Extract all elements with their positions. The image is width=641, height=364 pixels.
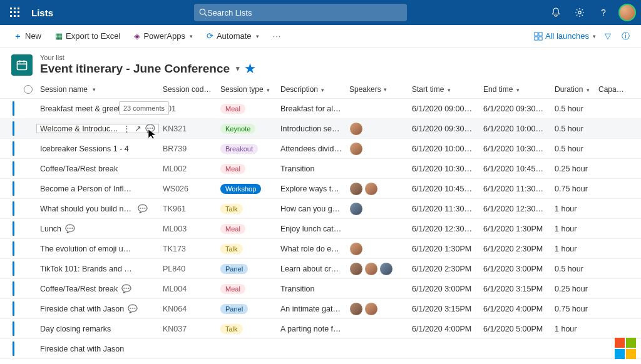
session-description: What role do emojis ... <box>277 245 346 253</box>
speaker-avatar[interactable] <box>349 202 363 216</box>
duration: 0.75 hour <box>551 185 595 193</box>
svg-rect-4 <box>14 11 16 13</box>
session-description: Attendees divide into... <box>277 144 346 153</box>
automate-button[interactable]: ⟳Automate▾ <box>203 29 263 43</box>
column-header-duration[interactable]: Duration ▾ <box>551 85 595 94</box>
svg-rect-7 <box>14 15 16 17</box>
start-time: 6/1/2020 10:45AM <box>408 185 479 193</box>
new-button[interactable]: ＋New <box>10 28 45 44</box>
session-description: Breakfast for all atten... <box>277 104 346 113</box>
powerapps-button[interactable]: ◈PowerApps▾ <box>130 29 196 43</box>
comment-icon[interactable]: 💬 <box>128 304 138 313</box>
column-header-code[interactable]: Session code ▾ <box>159 85 217 94</box>
table-row[interactable]: Fireside chat with Jason💬 KN064 Panel An… <box>0 299 641 319</box>
table-row[interactable]: What should you build next?💬 TK961 Talk … <box>0 199 641 219</box>
end-time: 6/1/2020 12:30PM <box>479 205 551 213</box>
duration: 0.5 hour <box>551 124 595 133</box>
notifications-icon[interactable] <box>547 4 565 21</box>
row-share-icon[interactable]: ↗ <box>135 124 141 133</box>
table-row[interactable]: Coffee/Tea/Rest break ML002 Meal Transit… <box>0 159 641 179</box>
speaker-avatar[interactable] <box>349 122 363 136</box>
comment-icon[interactable]: 💬 <box>121 284 131 293</box>
filter-icon[interactable]: ▽ <box>602 31 613 41</box>
session-type-pill: Talk <box>220 324 243 334</box>
speaker-avatar[interactable] <box>349 182 363 196</box>
session-description: Transition <box>277 285 346 293</box>
svg-rect-0 <box>10 8 12 9</box>
help-icon[interactable]: ? <box>595 4 612 21</box>
session-name: Fireside chat with Jason <box>40 305 124 313</box>
row-accent-bar <box>13 161 14 176</box>
session-code: KN037 <box>159 325 217 333</box>
speaker-avatar[interactable] <box>349 302 363 316</box>
svg-point-9 <box>200 9 205 14</box>
favorite-star-icon[interactable]: ★ <box>245 61 255 76</box>
speaker-avatar[interactable] <box>349 262 363 276</box>
speaker-avatar[interactable] <box>379 262 393 276</box>
speaker-avatar[interactable] <box>349 142 363 156</box>
table-row[interactable]: Coffee/Tea/Rest break💬 ML004 Meal Transi… <box>0 279 641 299</box>
column-header-end[interactable]: End time ▾ <box>479 85 551 94</box>
column-header-name[interactable]: Session name ▾ <box>36 85 159 94</box>
table-row[interactable]: Become a Person of Influence WS026 Works… <box>0 179 641 199</box>
session-type-pill: Meal <box>220 224 245 234</box>
speaker-avatar[interactable] <box>349 242 363 256</box>
speaker-avatar[interactable] <box>364 262 378 276</box>
settings-icon[interactable] <box>571 4 588 21</box>
row-accent-bar <box>13 181 14 196</box>
app-name: Lists <box>31 8 53 18</box>
duration: 1 hour <box>551 325 595 333</box>
start-time: 6/1/2020 11:30AM <box>408 205 479 213</box>
profile-avatar[interactable] <box>618 4 636 21</box>
table-row[interactable]: Welcome & Introduct... ⋮ ↗ 💬 KN321 Keyno… <box>0 119 641 139</box>
column-header-start[interactable]: Start time ▾ <box>408 85 479 94</box>
column-header-row: Session name ▾ Session code ▾ Session ty… <box>0 80 641 99</box>
speaker-avatar[interactable] <box>364 182 378 196</box>
svg-rect-15 <box>535 36 538 39</box>
session-name: Day closing remarks <box>40 325 111 333</box>
export-excel-button[interactable]: ▦Export to Excel <box>51 29 124 43</box>
comment-icon[interactable]: 💬 <box>65 224 75 233</box>
start-time: 6/1/2020 09:30AM <box>408 124 479 133</box>
table-row[interactable]: Lunch💬 ML003 Meal Enjoy lunch catered b.… <box>0 219 641 239</box>
session-name: TikTok 101: Brands and Influe... <box>40 265 134 273</box>
session-code: KN321 <box>159 124 217 133</box>
list-title[interactable]: Event itinerary - June Conference <box>40 62 230 76</box>
select-all-radio[interactable] <box>24 85 33 94</box>
speaker-avatar[interactable] <box>364 302 378 316</box>
search-input[interactable] <box>207 8 402 18</box>
start-time: 6/1/2020 3:15PM <box>408 305 479 313</box>
comment-icon[interactable]: 💬 <box>138 204 148 213</box>
start-time: 6/1/2020 10:00AM <box>408 144 479 153</box>
table-row[interactable]: The evolution of emoji usag... TK173 Tal… <box>0 239 641 259</box>
svg-rect-16 <box>539 36 542 39</box>
table-row[interactable]: Icebreaker Sessions 1 - 4 BR739 Breakout… <box>0 139 641 159</box>
row-accent-bar <box>13 101 14 116</box>
session-description: Introduction session ... <box>277 124 346 133</box>
row-accent-bar <box>13 301 14 316</box>
svg-rect-8 <box>18 15 19 17</box>
svg-rect-1 <box>14 8 16 9</box>
column-header-capacity[interactable]: Capacity <box>595 85 631 94</box>
app-launcher-icon[interactable] <box>5 3 25 23</box>
session-name: Fireside chat with Jason <box>40 345 124 353</box>
svg-rect-13 <box>535 32 538 35</box>
table-row[interactable]: Fireside chat with Jason <box>0 339 641 359</box>
table-row[interactable]: Day closing remarks KN037 Talk A parting… <box>0 319 641 339</box>
session-name: The evolution of emoji usag... <box>40 245 134 253</box>
session-code: ML003 <box>159 225 217 233</box>
column-header-type[interactable]: Session type ▾ <box>217 85 277 94</box>
row-accent-bar <box>13 241 14 256</box>
end-time: 6/1/2020 3:15PM <box>479 285 551 293</box>
microsoft-logo <box>615 338 636 359</box>
table-row[interactable]: TikTok 101: Brands and Influe... PL840 P… <box>0 259 641 279</box>
title-dropdown-icon[interactable]: ▾ <box>236 64 240 73</box>
column-header-speakers[interactable]: Speakers ▾ <box>346 85 408 94</box>
table-row[interactable]: Breakfast meet & greet 001 Meal Breakfas… <box>0 99 641 119</box>
row-more-icon[interactable]: ⋮ <box>123 124 131 133</box>
search-box[interactable] <box>194 4 407 21</box>
column-header-desc[interactable]: Description ▾ <box>277 85 346 94</box>
more-commands-button[interactable]: ··· <box>269 29 285 43</box>
view-selector[interactable]: All launches▾ <box>534 31 596 41</box>
info-icon[interactable]: ⓘ <box>620 31 631 42</box>
